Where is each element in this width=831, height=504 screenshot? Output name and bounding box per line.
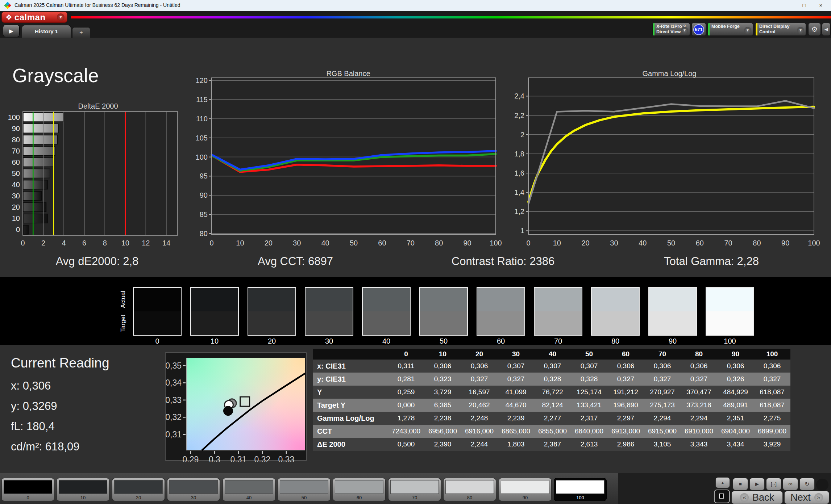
calman-menu-button[interactable]: ❖ calman ▼: [1, 12, 67, 23]
collapse-panel-button[interactable]: ◀: [822, 23, 831, 36]
svg-text:0: 0: [21, 239, 25, 247]
pattern-level-button-70[interactable]: 70: [388, 478, 441, 501]
refresh-button[interactable]: ↻: [799, 478, 815, 490]
table-value-cell: 0,000: [388, 399, 424, 412]
pattern-level-label: 90: [499, 495, 551, 500]
close-button[interactable]: ×: [813, 0, 829, 11]
current-reading-y: y: 0,3269: [11, 400, 57, 413]
strip-swatch-30: [305, 287, 353, 336]
deltae-bar-40: [23, 180, 47, 189]
pattern-level-button-80[interactable]: 80: [443, 478, 496, 501]
table-row-label: CCT: [313, 425, 388, 438]
table-row: ΔE 20000,5002,3902,2441,8032,3872,6132,9…: [313, 438, 790, 451]
pattern-level-button-50[interactable]: 50: [278, 478, 331, 501]
meter-mobile-forge-label: Mobile Forge: [711, 24, 740, 29]
meter-status-stripe: [708, 23, 710, 35]
calman-logo-text: calman: [14, 12, 46, 22]
table-value-cell: 6956,000: [424, 425, 461, 438]
strip-target-patch: [706, 311, 753, 335]
window-title: Calman 2025 Calman Ultimate for Business…: [14, 2, 180, 8]
settings-button[interactable]: ⚙: [808, 23, 821, 36]
pattern-level-button-100[interactable]: 100: [554, 478, 607, 501]
chevron-down-icon: ▼: [57, 13, 65, 21]
add-tab-button[interactable]: +: [72, 27, 90, 38]
meter-dropdown-i1pro[interactable]: X-Rite i1Pro 3 Direct View ▼: [652, 23, 690, 36]
svg-text:105: 105: [196, 134, 208, 142]
svg-text:100: 100: [808, 239, 820, 247]
minimize-button[interactable]: –: [779, 0, 796, 11]
strip-target-patch: [363, 311, 410, 335]
meter-dropdown-mobile-forge[interactable]: Mobile Forge ▼: [707, 23, 753, 36]
pattern-level-swatch: [445, 480, 494, 494]
table-row: x: CIE310,3110,3060,3060,3070,3070,3070,…: [313, 360, 790, 373]
chevron-left-double-icon: «: [740, 493, 749, 502]
svg-text:0,31: 0,31: [230, 455, 246, 462]
deltae-bar-0: [23, 225, 28, 234]
table-value-cell: 0,328: [534, 373, 571, 386]
table-value-cell: 44,670: [498, 399, 534, 412]
table-value-cell: 0,259: [388, 386, 424, 399]
play-button[interactable]: ▶: [749, 478, 765, 490]
series-measure-button[interactable]: [··]: [766, 478, 781, 490]
svg-text:40: 40: [321, 239, 329, 247]
table-value-cell: 76,722: [534, 386, 571, 399]
strip-actual-patch: [248, 288, 295, 311]
stat-avg-cct: Avg CCT: 6897: [258, 255, 333, 268]
svg-text:70: 70: [407, 239, 415, 247]
svg-text:1,6: 1,6: [514, 169, 524, 177]
chevron-right-double-icon: »: [814, 493, 823, 502]
svg-text:2,2: 2,2: [514, 112, 524, 119]
strip-swatch-level-label: 50: [419, 337, 468, 345]
next-button[interactable]: Next »: [784, 491, 829, 504]
svg-text:12: 12: [142, 239, 150, 247]
tab-history-1[interactable]: History 1: [22, 25, 71, 38]
strip-target-patch: [306, 311, 353, 335]
pattern-level-button-90[interactable]: 90: [499, 478, 552, 501]
table-value-cell: 2,986: [607, 438, 644, 451]
table-value-cell: 0,311: [388, 360, 424, 373]
svg-text:60: 60: [12, 158, 20, 166]
pattern-level-button-10[interactable]: 10: [57, 478, 109, 501]
svg-text:1,8: 1,8: [514, 150, 524, 158]
svg-text:80: 80: [12, 136, 20, 144]
pattern-level-swatch: [556, 480, 604, 494]
table-value-cell: 270,927: [644, 386, 681, 399]
stop-button[interactable]: ■: [733, 478, 748, 490]
svg-text:0,32: 0,32: [166, 412, 182, 422]
pattern-level-button-40[interactable]: 40: [223, 478, 275, 501]
strip-actual-patch: [191, 288, 238, 311]
cie-marker-target-square: [240, 397, 250, 406]
deltae-bar-70: [23, 146, 55, 155]
maximize-button[interactable]: □: [796, 0, 813, 11]
svg-text:100: 100: [8, 113, 20, 121]
svg-text:2: 2: [520, 131, 524, 139]
chevron-down-icon: ▼: [681, 27, 688, 34]
pattern-level-button-30[interactable]: 30: [167, 478, 220, 501]
table-value-cell: 133,421: [571, 399, 607, 412]
strip-actual-patch: [363, 288, 410, 311]
pattern-level-swatch: [335, 480, 383, 494]
play-icon: ▶: [755, 481, 759, 487]
svg-text:20: 20: [581, 239, 589, 247]
back-button[interactable]: « Back: [731, 491, 783, 504]
table-value-cell: 2,317: [571, 412, 607, 425]
pattern-level-label: 40: [223, 495, 275, 500]
continuous-measure-button[interactable]: ∞: [783, 478, 798, 490]
app-icon: [4, 2, 11, 9]
pattern-level-button-60[interactable]: 60: [333, 478, 386, 501]
strip-actual-patch: [592, 288, 639, 311]
pattern-level-label: 10: [57, 495, 109, 500]
scroll-up-button[interactable]: ▲: [715, 477, 730, 488]
pattern-level-button-0[interactable]: 0: [1, 478, 54, 501]
pattern-window-button[interactable]: [714, 490, 730, 503]
table-value-cell: 2,277: [534, 412, 571, 425]
svg-text:0,32: 0,32: [254, 455, 270, 462]
meter-dropdown-display-control[interactable]: Direct Display Control ▼: [755, 23, 806, 36]
strip-swatch-level-label: 30: [305, 337, 353, 345]
pattern-level-button-20[interactable]: 20: [112, 478, 165, 501]
svg-text:100: 100: [490, 239, 502, 247]
meter-badge-panel[interactable]: 571: [691, 23, 706, 36]
deltae-bar-80: [23, 135, 58, 144]
tab-scroll-button[interactable]: ▶: [3, 25, 20, 37]
table-value-cell: 0,306: [717, 360, 754, 373]
